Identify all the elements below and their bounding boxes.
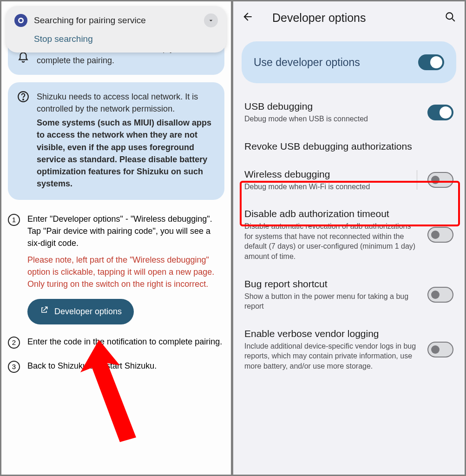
search-card-title: Searching for pairing service xyxy=(34,15,197,26)
setting-subtitle: Show a button in the power menu for taki… xyxy=(244,291,419,311)
setting-row[interactable]: Disable adb authorization timeoutDisable… xyxy=(233,200,465,270)
setting-title: Disable adb authorization timeout xyxy=(244,208,419,219)
developer-options-screen: Developer options Use developer options … xyxy=(233,1,465,475)
bell-icon xyxy=(17,52,29,66)
setting-title: Bug report shortcut xyxy=(244,278,419,290)
step-3: 3 Back to Shizuku and start Shizuku. xyxy=(8,360,224,373)
use-dev-toggle[interactable] xyxy=(418,54,444,70)
setting-toggle[interactable] xyxy=(427,342,453,357)
setting-title: Enable verbose vendor logging xyxy=(244,328,419,339)
step-2: 2 Enter the code in the notification to … xyxy=(8,336,224,349)
setting-subtitle: Include additional device-specific vendo… xyxy=(244,341,419,371)
use-dev-label: Use developer options xyxy=(254,56,418,69)
step-num-3: 3 xyxy=(8,361,20,373)
setting-row[interactable]: Revoke USB debugging authorizations xyxy=(233,132,465,160)
info-card-network: Shizuku needs to access local network. I… xyxy=(8,82,224,200)
developer-options-button[interactable]: Developer options xyxy=(27,299,134,324)
setting-title: USB debugging xyxy=(244,101,419,112)
svg-point-5 xyxy=(446,13,453,19)
setting-subtitle: Debug mode when USB is connected xyxy=(244,114,419,124)
divider xyxy=(417,170,417,190)
stop-searching-link[interactable]: Stop searching xyxy=(34,34,218,44)
steps-list: 1 Enter "Developer options" - "Wireless … xyxy=(8,213,224,373)
setting-toggle[interactable] xyxy=(427,172,453,188)
search-icon[interactable] xyxy=(444,11,456,25)
setting-row[interactable]: Enable verbose vendor loggingInclude add… xyxy=(233,320,465,380)
setting-subtitle: Debug mode when Wi-Fi is connected xyxy=(244,182,408,192)
setting-row[interactable]: USB debuggingDebug mode when USB is conn… xyxy=(233,93,465,132)
step-1-text: Enter "Developer options" - "Wireless de… xyxy=(27,213,224,249)
setting-row[interactable]: Wireless debuggingDebug mode when Wi-Fi … xyxy=(233,160,465,200)
step-num-2: 2 xyxy=(8,337,20,349)
pairing-search-card[interactable]: Searching for pairing service Stop searc… xyxy=(6,6,226,53)
setting-toggle[interactable] xyxy=(427,227,453,243)
developer-options-label: Developer options xyxy=(54,305,122,317)
setting-title: Wireless debugging xyxy=(244,169,408,180)
back-icon[interactable] xyxy=(242,11,254,25)
page-title: Developer options xyxy=(272,11,435,25)
step-2-text: Enter the code in the notification to co… xyxy=(27,336,222,349)
shizuku-screen: Searching for pairing service Stop searc… xyxy=(1,1,231,475)
step-num-1: 1 xyxy=(8,214,20,226)
header: Developer options xyxy=(233,1,465,25)
setting-toggle[interactable] xyxy=(427,105,453,120)
step-1: 1 Enter "Developer options" - "Wireless … xyxy=(8,213,224,324)
step-3-text: Back to Shizuku and start Shizuku. xyxy=(27,360,157,373)
open-external-icon xyxy=(39,305,49,318)
app-badge-icon xyxy=(14,14,27,27)
step-1-note: Please note, left part of the "Wireless … xyxy=(27,254,224,290)
setting-row[interactable]: Bug report shortcutShow a button in the … xyxy=(233,270,465,320)
setting-toggle[interactable] xyxy=(427,287,453,303)
help-icon xyxy=(17,91,29,192)
chevron-down-icon[interactable] xyxy=(204,13,218,27)
svg-point-3 xyxy=(23,99,24,100)
use-developer-options-row[interactable]: Use developer options xyxy=(242,41,456,83)
network-info-p1: Shizuku needs to access local network. I… xyxy=(37,91,215,115)
svg-point-1 xyxy=(20,19,23,22)
setting-title: Revoke USB debugging authorizations xyxy=(244,141,453,152)
network-info-p2: Some systems (such as MIUI) disallow app… xyxy=(37,117,215,190)
setting-subtitle: Disable automatic revocation of adb auth… xyxy=(244,221,419,261)
